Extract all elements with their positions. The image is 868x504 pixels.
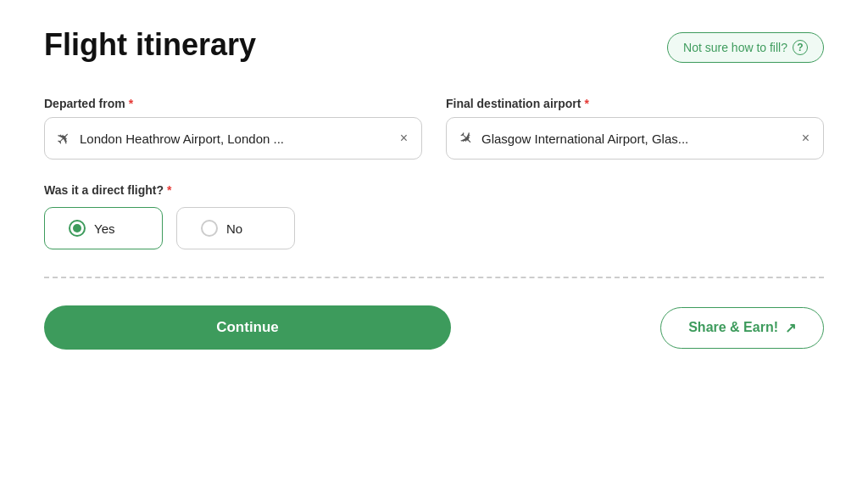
page-container: Flight itinerary Not sure how to fill? ?… (0, 0, 868, 504)
page-header: Flight itinerary Not sure how to fill? ? (44, 27, 824, 63)
radio-circle-yes (69, 220, 86, 237)
final-destination-input-wrapper[interactable]: ✈ Glasgow International Airport, Glas...… (446, 117, 824, 160)
section-divider (44, 277, 824, 278)
button-row: Continue Share & Earn! ↗ (44, 305, 824, 350)
required-star-destination: * (584, 97, 588, 110)
departed-from-clear-button[interactable]: × (398, 132, 409, 145)
help-button[interactable]: Not sure how to fill? ? (667, 32, 824, 63)
share-earn-label: Share & Earn! (688, 320, 778, 335)
continue-button[interactable]: Continue (44, 305, 451, 350)
final-destination-label: Final destination airport * (446, 97, 824, 110)
departed-from-input-wrapper[interactable]: ✈ London Heathrow Airport, London ... × (44, 117, 422, 160)
help-button-label: Not sure how to fill? (683, 41, 787, 54)
final-destination-group: Final destination airport * ✈ Glasgow In… (446, 97, 824, 160)
landing-icon: ✈ (453, 126, 478, 151)
radio-option-yes[interactable]: Yes (44, 207, 163, 249)
radio-circle-no (201, 220, 218, 237)
direct-flight-group: Was it a direct flight? * Yes No (44, 183, 824, 249)
radio-option-no[interactable]: No (176, 207, 295, 249)
radio-label-yes: Yes (94, 221, 114, 236)
help-circle-icon: ? (793, 40, 808, 55)
departed-from-value: London Heathrow Airport, London ... (80, 132, 390, 146)
departed-from-group: Departed from * ✈ London Heathrow Airpor… (44, 97, 422, 160)
share-earn-button[interactable]: Share & Earn! ↗ (660, 307, 824, 349)
required-star-direct: * (167, 183, 171, 197)
page-title: Flight itinerary (44, 27, 256, 62)
direct-flight-radio-group: Yes No (44, 207, 824, 249)
direct-flight-label: Was it a direct flight? * (44, 183, 824, 197)
takeoff-icon: ✈ (52, 126, 76, 151)
final-destination-clear-button[interactable]: × (800, 132, 811, 145)
radio-label-no: No (226, 221, 242, 236)
required-star-departed: * (129, 97, 133, 110)
departed-from-label: Departed from * (44, 97, 422, 110)
share-arrow-icon: ↗ (785, 320, 796, 336)
final-destination-value: Glasgow International Airport, Glas... (481, 132, 792, 146)
airport-fields-row: Departed from * ✈ London Heathrow Airpor… (44, 97, 824, 160)
